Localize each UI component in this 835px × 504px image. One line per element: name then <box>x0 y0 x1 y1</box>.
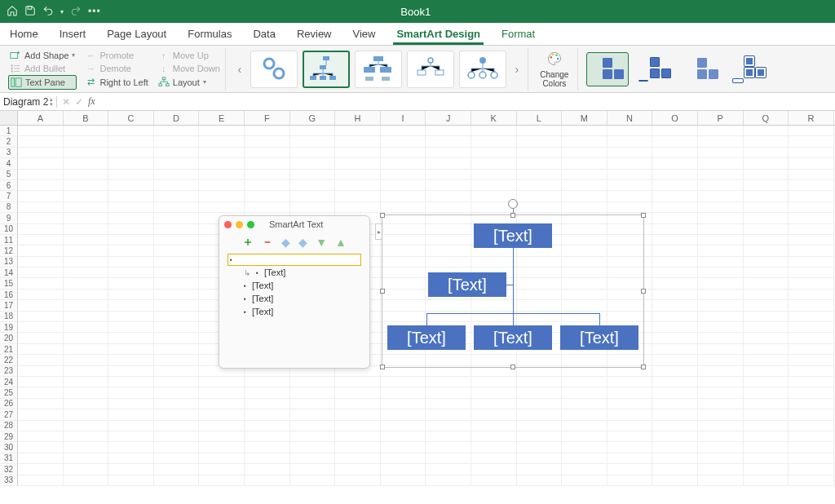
cell[interactable] <box>108 278 154 289</box>
cell[interactable] <box>607 442 653 453</box>
cell[interactable] <box>562 399 607 409</box>
cell[interactable] <box>154 202 200 213</box>
cell[interactable] <box>607 453 653 464</box>
window-traffic-lights[interactable] <box>224 221 254 228</box>
cell[interactable] <box>562 202 607 213</box>
cell[interactable] <box>154 267 200 278</box>
name-box[interactable]: Diagram 2 ▴▾ <box>0 96 57 108</box>
cell[interactable] <box>698 202 744 213</box>
cell[interactable] <box>18 475 64 486</box>
cell[interactable] <box>64 453 109 464</box>
row-header[interactable]: 31 <box>0 453 18 464</box>
row-header[interactable]: 10 <box>0 224 18 235</box>
cell[interactable] <box>381 399 426 409</box>
textpane-item[interactable]: ▪[Text] <box>228 266 361 279</box>
cell[interactable] <box>471 148 517 158</box>
row-header[interactable]: 25 <box>0 387 18 398</box>
col-header[interactable]: R <box>789 111 834 125</box>
col-header[interactable]: L <box>517 111 563 125</box>
cell[interactable] <box>381 158 426 169</box>
cell[interactable] <box>471 431 517 442</box>
col-header[interactable]: C <box>108 111 154 125</box>
cell[interactable] <box>108 431 154 442</box>
cell[interactable] <box>245 464 290 475</box>
cell[interactable] <box>335 464 381 475</box>
cell[interactable] <box>789 377 834 387</box>
cell[interactable] <box>154 136 200 147</box>
cell[interactable] <box>64 257 109 267</box>
cell[interactable] <box>199 442 245 453</box>
cell[interactable] <box>381 202 426 213</box>
cell[interactable] <box>426 202 471 213</box>
smartart-object[interactable]: ▸ [Text] [Text] [Text] [Text] [Text] <box>382 214 644 368</box>
cell[interactable] <box>64 290 109 300</box>
row-header[interactable]: 27 <box>0 409 18 420</box>
cell[interactable] <box>789 300 834 311</box>
cell[interactable] <box>18 148 64 158</box>
row-header[interactable]: 7 <box>0 191 18 201</box>
cell[interactable] <box>245 191 290 201</box>
cell[interactable] <box>698 235 744 245</box>
cell[interactable] <box>789 290 834 300</box>
cell[interactable] <box>64 300 109 311</box>
cell[interactable] <box>562 170 607 180</box>
cell[interactable] <box>335 202 381 213</box>
row-header[interactable]: 28 <box>0 421 18 431</box>
cell[interactable] <box>154 224 200 235</box>
cell[interactable] <box>744 322 789 333</box>
tab-formulas[interactable]: Formulas <box>184 24 235 45</box>
cell[interactable] <box>789 421 834 431</box>
cell[interactable] <box>789 278 834 289</box>
row-header[interactable]: 6 <box>0 180 18 191</box>
cell[interactable] <box>789 464 834 475</box>
cell[interactable] <box>789 136 834 147</box>
cell[interactable] <box>199 431 245 442</box>
resize-handle[interactable] <box>380 289 385 294</box>
cell[interactable] <box>335 421 381 431</box>
cell[interactable] <box>154 170 200 180</box>
row-header[interactable]: 9 <box>0 213 18 223</box>
tab-home[interactable]: Home <box>7 24 42 45</box>
cell[interactable] <box>154 409 200 420</box>
cell[interactable] <box>290 191 336 201</box>
cell[interactable] <box>64 224 109 235</box>
cell[interactable] <box>607 126 653 136</box>
cell[interactable] <box>698 421 744 431</box>
cell[interactable] <box>64 442 109 453</box>
cell[interactable] <box>652 377 698 387</box>
cell[interactable] <box>652 442 698 453</box>
cell[interactable] <box>64 180 109 191</box>
textpane-titlebar[interactable]: SmartArt Text <box>219 216 369 232</box>
cell[interactable] <box>652 202 698 213</box>
col-header[interactable]: H <box>335 111 381 125</box>
cell[interactable] <box>245 442 290 453</box>
cell[interactable] <box>108 245 154 256</box>
cell[interactable] <box>335 180 381 191</box>
cell[interactable] <box>789 344 834 355</box>
cell[interactable] <box>789 322 834 333</box>
cell[interactable] <box>64 158 109 169</box>
cell[interactable] <box>245 409 290 420</box>
cell[interactable] <box>18 312 64 322</box>
cell[interactable] <box>335 170 381 180</box>
cell[interactable] <box>471 136 517 147</box>
cell[interactable] <box>18 322 64 333</box>
cell[interactable] <box>154 191 200 201</box>
smartart-node-child-3[interactable]: [Text] <box>560 325 638 350</box>
cell[interactable] <box>471 475 517 486</box>
cell[interactable] <box>154 126 200 136</box>
row-header[interactable]: 12 <box>0 245 18 256</box>
cell[interactable] <box>335 399 381 409</box>
cell[interactable] <box>744 409 789 420</box>
cell[interactable] <box>471 377 517 387</box>
col-header[interactable]: Q <box>744 111 789 125</box>
cell[interactable] <box>562 377 607 387</box>
gallery-prev-button[interactable]: ‹ <box>234 63 245 76</box>
cell[interactable] <box>18 399 64 409</box>
cell[interactable] <box>154 300 200 311</box>
cell[interactable] <box>698 453 744 464</box>
cell[interactable] <box>426 158 471 169</box>
cell[interactable] <box>108 399 154 409</box>
cell[interactable] <box>517 387 563 398</box>
cell[interactable] <box>381 377 426 387</box>
